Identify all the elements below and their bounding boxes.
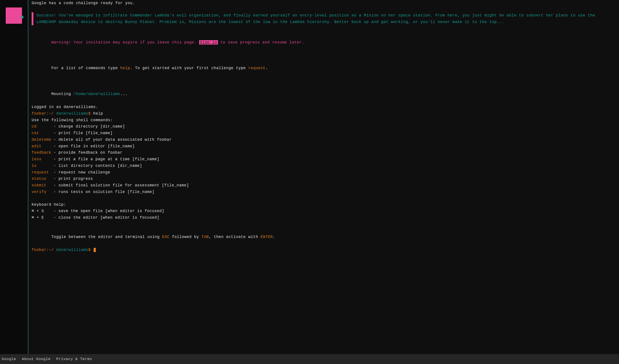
success-quote: Success! You've managed to infiltrate Co… bbox=[32, 12, 615, 26]
command-row: submit- submit final solution file for a… bbox=[32, 182, 615, 189]
command-row: cat- print file [file_name] bbox=[32, 130, 615, 136]
command-name: cat bbox=[32, 130, 54, 136]
footer: Google About Google Privacy & Terms bbox=[0, 354, 619, 364]
command-row: feedback- provide feedback on foobar bbox=[32, 149, 615, 156]
mounting-line: Mounting /home/danerwilliams... bbox=[32, 84, 615, 104]
footer-google-link[interactable]: Google bbox=[2, 357, 16, 361]
command-name: cd bbox=[32, 123, 54, 130]
command-desc: - list directory contents [dir_name] bbox=[54, 163, 142, 169]
command-name: status bbox=[32, 176, 54, 182]
toggle-end: . bbox=[273, 235, 275, 239]
instructions-mid: . To get started with your first challen… bbox=[130, 66, 248, 70]
keyboard-row: ⌘ + S- save the open file [when editor i… bbox=[32, 208, 615, 215]
command-desc: - print file [file_name] bbox=[54, 130, 113, 136]
prompt-entered-cmd: help bbox=[91, 111, 103, 116]
prompt-dollar: $ bbox=[88, 111, 91, 116]
command-desc: - submit final solution file for assessm… bbox=[54, 182, 189, 189]
keyboard-list: ⌘ + S- save the open file [when editor i… bbox=[32, 208, 615, 221]
footer-about-link[interactable]: About Google bbox=[22, 357, 51, 361]
command-desc: - open file in editor [file_name] bbox=[54, 143, 135, 150]
prompt-line-1: foobar:~/ danerwilliams$ help bbox=[32, 110, 615, 117]
command-row: verify- runs tests on solution file [fil… bbox=[32, 189, 615, 195]
command-name: deleteme bbox=[32, 136, 54, 143]
prompt-host: foobar:~/ bbox=[32, 111, 56, 116]
help-keyword: help bbox=[120, 66, 130, 70]
command-name: less bbox=[32, 156, 54, 163]
terminal[interactable]: Google has a code challenge ready for yo… bbox=[28, 0, 619, 354]
keyboard-header: Keyboard help: bbox=[32, 202, 615, 208]
warning-line: Warning! Your invitation may expire if y… bbox=[32, 33, 615, 52]
prompt-user: danerwilliams bbox=[56, 248, 88, 252]
toggle-mid2: , then activate with bbox=[209, 235, 261, 239]
command-desc: - delete all of your data associated wit… bbox=[54, 136, 172, 143]
command-name: feedback bbox=[32, 149, 54, 156]
instructions-end: . bbox=[266, 66, 268, 70]
command-desc: - change directory [dir_name] bbox=[54, 123, 125, 130]
command-row: less- print a file a page at a time [fil… bbox=[32, 156, 615, 163]
command-row: request- request new challenge bbox=[32, 169, 615, 176]
sidebar bbox=[0, 0, 28, 354]
command-name: request bbox=[32, 169, 54, 176]
command-name: verify bbox=[32, 189, 54, 195]
toggle-mid: followed by bbox=[169, 235, 201, 239]
command-row: edit- open file in editor [file_name] bbox=[32, 143, 615, 150]
mounting-pre: Mounting bbox=[51, 92, 74, 96]
keyboard-combo: ⌘ + S bbox=[32, 208, 54, 215]
footer-privacy-link[interactable]: Privacy & Terms bbox=[56, 357, 92, 361]
command-row: status- print progress bbox=[32, 176, 615, 182]
logged-in-line: Logged in as danerwilliams. bbox=[32, 104, 615, 110]
command-row: deleteme- delete all of your data associ… bbox=[32, 136, 615, 143]
warning-text-pre: Warning! Your invitation may expire if y… bbox=[51, 40, 199, 45]
command-desc: - request new challenge bbox=[54, 169, 110, 176]
keyboard-combo: ⌘ + E bbox=[32, 215, 54, 221]
prompt-host: foobar:~/ bbox=[32, 248, 56, 252]
command-desc: - provide feedback on foobar bbox=[54, 149, 123, 156]
prompt-line-2[interactable]: foobar:~/ danerwilliams$ bbox=[32, 247, 615, 253]
enter-key: ENTER bbox=[261, 235, 273, 239]
prompt-user: danerwilliams bbox=[56, 111, 88, 116]
request-keyword: request bbox=[248, 66, 266, 70]
esc-key: ESC bbox=[162, 235, 170, 239]
foobar-logo-icon bbox=[6, 7, 22, 24]
prompt-dollar: $ bbox=[88, 248, 91, 252]
command-row: ls- list directory contents [dir_name] bbox=[32, 163, 615, 169]
toggle-pre: Toggle between the editor and terminal u… bbox=[51, 235, 162, 239]
command-name: submit bbox=[32, 182, 54, 189]
mounting-path: /home/danerwilliams bbox=[73, 92, 120, 96]
keyboard-desc: - close the editor [when editor is focus… bbox=[54, 215, 159, 221]
instructions-pre: For a list of commands type bbox=[51, 66, 120, 70]
command-desc: - print a file a page at a time [file_na… bbox=[54, 156, 159, 163]
help-header: Use the following shell commands: bbox=[32, 117, 615, 124]
command-desc: - runs tests on solution file [file_name… bbox=[54, 189, 155, 195]
command-name: edit bbox=[32, 143, 54, 150]
mounting-post: ... bbox=[120, 92, 128, 96]
instructions-line: For a list of commands type help. To get… bbox=[32, 59, 615, 78]
commands-list: cd- change directory [dir_name]cat- prin… bbox=[32, 123, 615, 195]
keyboard-desc: - save the open file [when editor is foc… bbox=[54, 208, 164, 215]
tab-key: TAB bbox=[201, 235, 209, 239]
toggle-line: Toggle between the editor and terminal u… bbox=[32, 227, 615, 247]
keyboard-row: ⌘ + E- close the editor [when editor is … bbox=[32, 215, 615, 221]
command-name: ls bbox=[32, 163, 54, 169]
command-row: cd- change directory [dir_name] bbox=[32, 123, 615, 130]
warning-text-post: to save progress and resume later. bbox=[218, 40, 304, 45]
sign-in-link[interactable]: Sign in bbox=[199, 40, 218, 45]
cursor-icon bbox=[94, 248, 96, 252]
command-desc: - print progress bbox=[54, 176, 93, 182]
intro-line: Google has a code challenge ready for yo… bbox=[32, 0, 615, 7]
